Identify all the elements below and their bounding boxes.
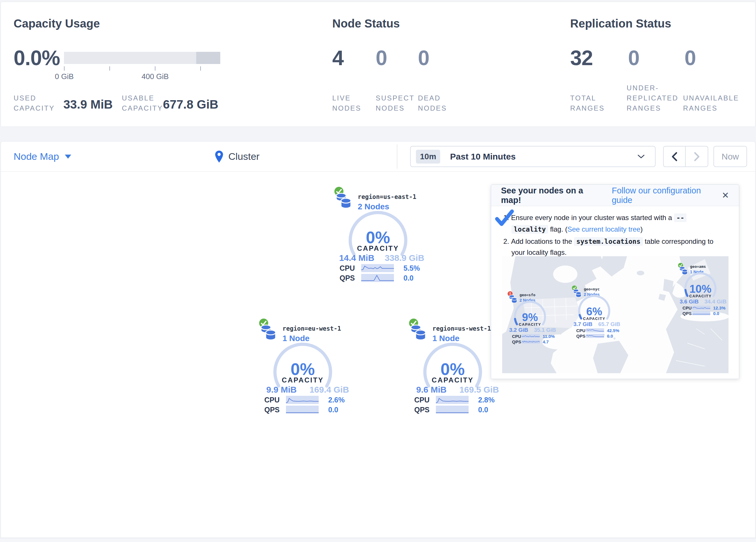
- qps-label: QPS: [512, 339, 521, 344]
- total-ranges-count: 32: [570, 46, 593, 70]
- node-map-page: Capacity Usage 0.0% 0 GiB 400 GiB USEDCA…: [0, 0, 756, 542]
- capacity-usage-title: Capacity Usage: [14, 17, 100, 30]
- next-interval-button[interactable]: [686, 146, 708, 166]
- cpu-value: 2.8%: [478, 396, 495, 404]
- capacity-percent: 9%: [513, 311, 547, 324]
- suspect-nodes-count: 0: [376, 46, 387, 70]
- time-range-badge: 10m: [416, 150, 440, 163]
- total-capacity: 35.1 GiB: [532, 327, 558, 333]
- total-capacity: 169.5 GiB: [455, 385, 503, 395]
- capacity-percent: 10%: [683, 283, 718, 295]
- suspect-nodes-label: SUSPECTNODES: [376, 93, 414, 113]
- qps-value: 0.0: [607, 334, 613, 339]
- used-capacity: 9.6 MiB: [408, 385, 455, 395]
- close-icon[interactable]: ✕: [722, 190, 729, 200]
- qps-sparkline: [692, 311, 710, 315]
- code-locality-flag: locality: [511, 225, 548, 234]
- qps-value: 0.0: [713, 311, 719, 316]
- qps-value: 0.0: [328, 406, 338, 414]
- under-replicated-label: UNDER-REPLICATEDRANGES: [627, 83, 678, 113]
- locality-tree-link[interactable]: See current locality tree: [567, 225, 640, 233]
- capacity-percent: 0%: [271, 359, 335, 379]
- qps-label: QPS: [576, 334, 586, 339]
- axis-label-zero: 0 GiB: [47, 72, 82, 81]
- cpu-sparkline: [286, 396, 319, 404]
- cpu-value: 2.6%: [328, 396, 345, 404]
- qps-sparkline: [286, 406, 319, 414]
- qps-label: QPS: [405, 406, 430, 414]
- node-status-title: Node Status: [332, 17, 400, 30]
- capacity-label: CAPACITY: [346, 244, 410, 252]
- qps-sparkline: [361, 274, 394, 282]
- capacity-usage-bar: [64, 52, 220, 64]
- qps-value: 4.7: [543, 339, 549, 344]
- code-system-locations: system.locations: [574, 237, 643, 246]
- view-dropdown[interactable]: Node Map: [14, 141, 71, 171]
- qps-label: QPS: [682, 311, 692, 316]
- capacity-label: CAPACITY: [271, 376, 335, 384]
- cpu-sparkline: [692, 306, 710, 310]
- chevron-right-icon: [693, 152, 700, 161]
- used-capacity: 9.9 MiB: [258, 385, 305, 395]
- chevron-down-icon: [65, 155, 71, 159]
- time-step-buttons: [663, 146, 708, 167]
- qps-value: 0.0: [403, 274, 414, 282]
- used-capacity: 3.2 GiB: [506, 327, 532, 333]
- step-2-line-1: 2. Add locations to the system.locations…: [503, 237, 713, 245]
- cpu-value: 5.5%: [403, 264, 420, 273]
- axis-tick: [155, 66, 155, 71]
- step-done-check-icon: [495, 209, 515, 227]
- capacity-label: CAPACITY: [421, 376, 485, 384]
- view-dropdown-label: Node Map: [14, 151, 59, 162]
- chevron-down-icon: [638, 155, 645, 159]
- live-nodes-label: LIVENODES: [332, 93, 361, 113]
- qps-label: QPS: [255, 406, 280, 414]
- capacity-percent: 0%: [421, 359, 485, 379]
- region-card-us-east-1[interactable]: region=us-east-1 2 Nodes 0% CAPACITY 14.…: [330, 185, 428, 295]
- cpu-label: CPU: [576, 328, 586, 333]
- configuration-guide-link[interactable]: Follow our configuration guide: [612, 186, 722, 205]
- used-capacity-value: 33.9 MiB: [63, 98, 113, 111]
- popup-header: See your nodes on a map! Follow our conf…: [491, 185, 739, 206]
- qps-sparkline: [522, 340, 540, 344]
- cpu-value: 11.0%: [543, 334, 555, 339]
- capacity-percent: 0%: [346, 227, 410, 247]
- summary-bar: Capacity Usage 0.0% 0 GiB 400 GiB USEDCA…: [1, 2, 755, 127]
- under-replicated-count: 0: [628, 46, 639, 70]
- toolbar: Node Map Cluster 10m Past 10 Minutes Now: [1, 141, 755, 172]
- used-capacity: 14.4 MiB: [333, 253, 381, 263]
- cpu-sparkline: [586, 328, 604, 333]
- region-name: region=eu-west-1: [282, 325, 341, 332]
- now-button[interactable]: Now: [713, 146, 747, 167]
- capacity-usage-percent: 0.0%: [14, 46, 60, 70]
- cpu-label: CPU: [682, 306, 692, 311]
- qps-value: 0.0: [478, 406, 488, 414]
- qps-label: QPS: [330, 274, 355, 282]
- qps-sparkline: [586, 334, 604, 338]
- cpu-sparkline: [361, 264, 394, 272]
- cpu-sparkline: [436, 396, 469, 404]
- capacity-percent: 6%: [577, 306, 612, 318]
- used-capacity: 3.6 GiB: [676, 299, 702, 305]
- chevron-left-icon: [671, 152, 678, 161]
- capacity-usage-bar-reserved: [196, 52, 220, 64]
- region-card-eu-west-1[interactable]: region=eu-west-1 1 Node 0% CAPACITY 9.9 …: [255, 317, 353, 427]
- region-name: region=us-east-1: [358, 193, 416, 200]
- axis-label-400: 400 GiB: [138, 72, 173, 81]
- breadcrumb[interactable]: Cluster: [214, 141, 260, 171]
- time-range-label: Past 10 Minutes: [450, 152, 516, 161]
- region-card-us-west-1[interactable]: region=us-west-1 1 Node 0% CAPACITY 9.6 …: [405, 317, 503, 427]
- time-range-dropdown[interactable]: 10m Past 10 Minutes: [410, 146, 656, 167]
- cpu-value: 42.5%: [607, 328, 619, 333]
- used-capacity-label: USEDCAPACITY: [14, 93, 55, 113]
- cpu-label: CPU: [330, 264, 355, 273]
- used-capacity: 3.7 GiB: [570, 321, 596, 328]
- prev-interval-button[interactable]: [664, 146, 686, 166]
- total-capacity: 65.7 GiB: [596, 321, 623, 328]
- toolbar-divider: [397, 144, 397, 169]
- unavailable-count: 0: [685, 46, 696, 70]
- total-capacity: 338.9 GiB: [381, 253, 428, 263]
- axis-tick: [109, 66, 110, 71]
- capacity-label: CAPACITY: [577, 317, 612, 321]
- total-capacity: 34.4 GiB: [702, 299, 729, 305]
